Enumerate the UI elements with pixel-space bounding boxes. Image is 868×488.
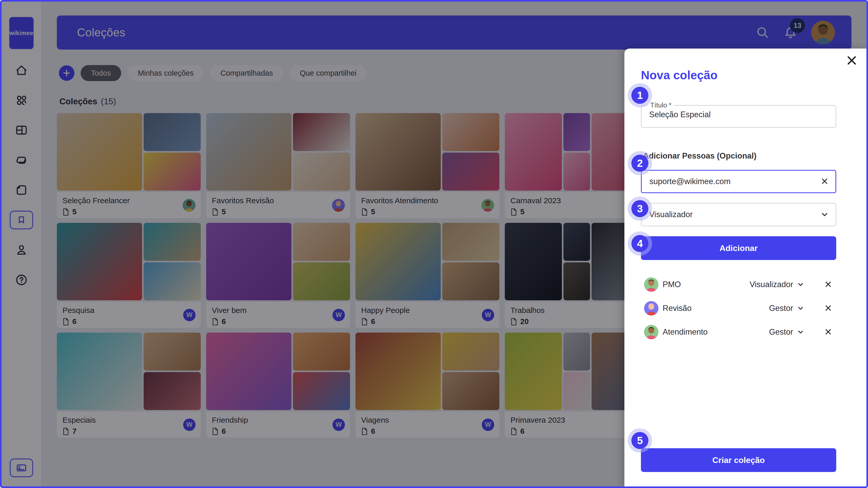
role-select[interactable]: Visualizador — [641, 203, 836, 226]
step-badge-3: 3 — [631, 200, 648, 217]
chevron-down-icon — [797, 304, 804, 312]
avatar-illustration — [644, 277, 658, 292]
person-name: Atendimento — [663, 327, 708, 337]
remove-icon — [824, 304, 833, 313]
remove-person-button[interactable] — [823, 303, 833, 314]
chevron-down-icon — [797, 328, 804, 336]
avatar-illustration — [644, 325, 658, 339]
person-row: Revisão Gestor — [624, 296, 866, 320]
person-name: Revisão — [663, 304, 691, 313]
person-role-value: Gestor — [769, 304, 793, 313]
remove-person-button[interactable] — [823, 280, 833, 290]
avatar — [644, 277, 658, 292]
person-role-select[interactable]: Visualizador — [750, 280, 804, 289]
step-badge-2: 2 — [631, 155, 648, 172]
chevron-down-icon — [797, 281, 804, 288]
avatar — [644, 301, 658, 316]
person-role-value: Gestor — [769, 327, 793, 337]
remove-icon — [824, 327, 833, 336]
title-field[interactable]: Título * Seleção Especial — [641, 105, 836, 128]
close-panel-button[interactable] — [845, 54, 858, 67]
step-badge-4: 4 — [631, 235, 648, 252]
person-role-select[interactable]: Gestor — [769, 327, 804, 337]
clear-icon — [820, 177, 829, 186]
person-row: Atendimento Gestor — [624, 320, 866, 344]
person-name: PMO — [663, 280, 681, 289]
person-role-value: Visualizador — [750, 280, 793, 289]
remove-icon — [824, 280, 833, 289]
person-role-select[interactable]: Gestor — [769, 304, 804, 313]
step-badge-5: 5 — [631, 432, 648, 449]
avatar-illustration — [644, 301, 658, 316]
email-input-value: suporte@wikimee.com — [649, 177, 731, 186]
close-icon — [846, 55, 858, 66]
person-row: PMO Visualizador — [624, 273, 866, 296]
role-select-value: Visualizador — [649, 210, 692, 219]
create-collection-button[interactable]: Criar coleção — [641, 448, 836, 472]
avatar — [644, 325, 658, 339]
add-people-label: Adicionar Pessoas (Opcional) — [643, 151, 756, 161]
add-person-button[interactable]: Adicionar — [641, 236, 836, 260]
panel-title: Nova coleção — [641, 68, 718, 82]
remove-person-button[interactable] — [823, 327, 833, 337]
email-input[interactable]: suporte@wikimee.com — [641, 170, 836, 193]
title-field-label: Título * — [648, 101, 674, 109]
step-badge-1: 1 — [631, 87, 648, 104]
new-collection-panel: Nova coleção Título * Seleção Especial A… — [624, 48, 866, 486]
app-window: wikimee — [0, 0, 868, 488]
chevron-down-icon — [820, 210, 829, 219]
title-field-value: Seleção Especial — [649, 110, 711, 119]
clear-email-button[interactable] — [819, 176, 830, 187]
